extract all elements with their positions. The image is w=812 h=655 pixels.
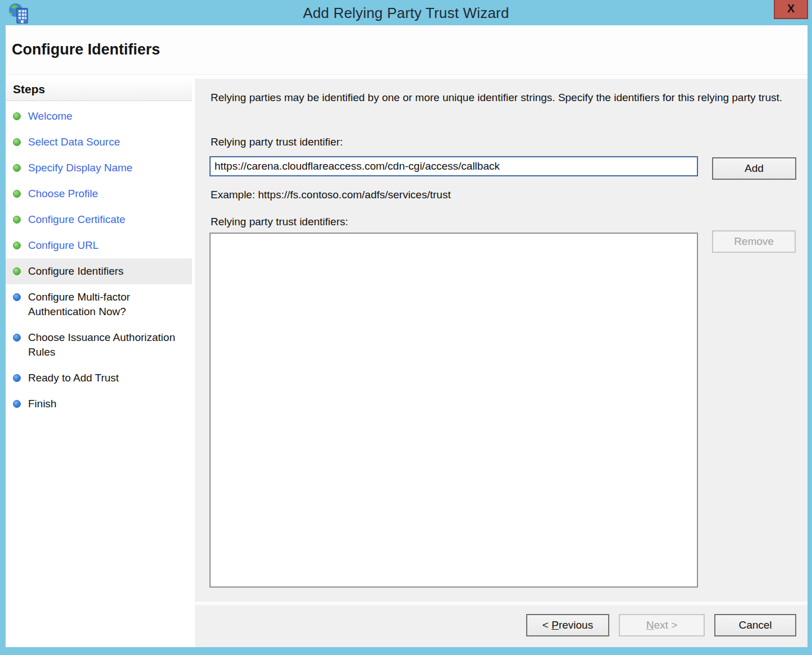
step-finish[interactable]: Finish [6, 391, 192, 417]
steps-heading: Steps [6, 79, 192, 101]
step-done-icon [13, 267, 21, 275]
step-choose-issuance-rules[interactable]: Choose Issuance Authorization Rules [6, 325, 192, 365]
step-done-icon [13, 190, 21, 198]
step-configure-certificate[interactable]: Configure Certificate [6, 207, 192, 233]
step-done-icon [13, 216, 21, 224]
steps-list: Welcome Select Data Source Specify Displ… [6, 101, 192, 417]
step-select-data-source[interactable]: Select Data Source [6, 129, 192, 155]
step-todo-icon [13, 374, 21, 382]
step-todo-icon [13, 293, 21, 301]
step-done-icon [13, 138, 21, 146]
identifier-input[interactable] [209, 156, 698, 176]
add-button[interactable]: Add [712, 157, 796, 180]
previous-button[interactable]: < Previous [526, 614, 609, 636]
step-done-icon [13, 242, 21, 249]
page-title: Configure Identifiers [12, 41, 160, 58]
step-done-icon [13, 112, 21, 120]
step-done-icon [13, 164, 21, 172]
step-welcome[interactable]: Welcome [6, 103, 192, 129]
step-ready-to-add-trust[interactable]: Ready to Add Trust [6, 365, 192, 391]
page-header: Configure Identifiers [6, 25, 808, 75]
example-text: Example: https://fs.contoso.com/adfs/ser… [211, 189, 451, 201]
remove-button[interactable]: Remove [712, 230, 796, 253]
close-button[interactable]: X [774, 0, 808, 19]
wizard-window: Configure Identifiers Steps Welcome Sele… [6, 25, 808, 647]
step-specify-display-name[interactable]: Specify Display Name [6, 155, 192, 181]
step-configure-identifiers[interactable]: Configure Identifiers [6, 258, 192, 284]
step-configure-url[interactable]: Configure URL [6, 233, 192, 258]
main-panel: Relying parties may be identified by one… [195, 79, 808, 647]
titlebar: Add Relying Party Trust Wizard X [0, 0, 812, 25]
steps-sidebar: Steps Welcome Select Data Source Specify… [6, 79, 192, 647]
identifiers-list-label: Relying party trust identifiers: [211, 216, 348, 228]
step-todo-icon [13, 400, 21, 408]
window-title: Add Relying Party Trust Wizard [0, 4, 812, 22]
identifier-field-label: Relying party trust identifier: [211, 136, 343, 148]
step-configure-mfa[interactable]: Configure Multi-factor Authentication No… [6, 284, 192, 325]
footer-separator [195, 602, 808, 605]
next-button[interactable]: Next > [619, 614, 705, 636]
cancel-button[interactable]: Cancel [714, 614, 796, 636]
identifiers-listbox[interactable] [209, 233, 698, 588]
step-choose-profile[interactable]: Choose Profile [6, 181, 192, 207]
page-description: Relying parties may be identified by one… [211, 90, 795, 105]
step-todo-icon [13, 334, 21, 342]
